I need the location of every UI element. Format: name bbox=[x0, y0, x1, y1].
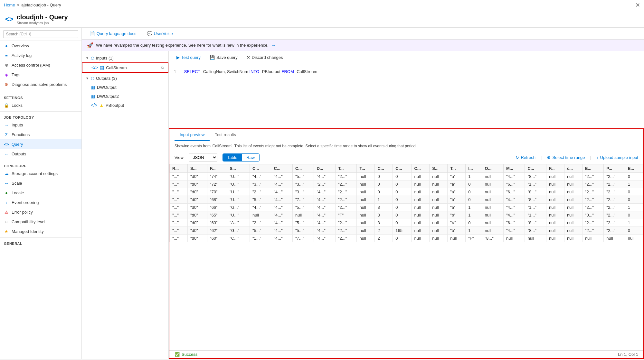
table-cell-2-9: null bbox=[357, 188, 375, 196]
tree-item-callstream[interactable]: </> ▤ CallStream ⧉ bbox=[82, 62, 168, 73]
inputs-tree-header[interactable]: ▼ ⬡ Inputs (1) bbox=[82, 54, 168, 62]
sidebar-item-scale[interactable]: ↔ Scale bbox=[0, 178, 81, 188]
test-query-label: Test query bbox=[181, 55, 201, 60]
table-cell-8-20: null bbox=[564, 235, 582, 242]
close-button[interactable]: ✕ bbox=[635, 2, 640, 9]
table-cell-6-5: "4..." bbox=[271, 219, 293, 227]
table-row: "...""d0""70""U...""2...""4...""3...""4.… bbox=[170, 188, 643, 196]
select-time-range-button[interactable]: ⚙ Select time range bbox=[547, 155, 585, 160]
table-cell-8-11: 0 bbox=[393, 235, 412, 242]
table-cell-8-4: "1..." bbox=[250, 235, 271, 242]
table-cell-8-14: null bbox=[448, 235, 466, 242]
query-language-docs-button[interactable]: 📄 Query language docs bbox=[87, 30, 139, 37]
tree-item-dwoutput2[interactable]: ▦ DWOutput2 bbox=[82, 92, 168, 101]
callstream-copy-button[interactable]: ⧉ bbox=[161, 66, 164, 70]
table-cell-1-19: null bbox=[546, 180, 564, 188]
sidebar-item-compatibility[interactable]: ○ Compatibility level bbox=[0, 217, 81, 226]
table-cell-7-6: "5..." bbox=[292, 227, 314, 235]
sidebar-item-functions[interactable]: Σ Functions bbox=[0, 130, 81, 139]
raw-toggle-button[interactable]: Raw bbox=[242, 154, 259, 161]
breadcrumb: Home > ajetacloudjob - Query bbox=[4, 3, 61, 7]
outputs-tree-header[interactable]: ▼ ⬡ Outputs (3) bbox=[82, 74, 168, 83]
breadcrumb-sep: > bbox=[17, 3, 20, 7]
uservoice-label: UserVoice bbox=[154, 31, 173, 36]
functions-icon: Σ bbox=[4, 132, 9, 137]
main-layout: ● Overview ≡ Activity log ⊕ Access contr… bbox=[0, 28, 644, 359]
table-cell-2-20: null bbox=[564, 188, 582, 196]
view-select[interactable]: JSON CSV XML bbox=[189, 153, 217, 162]
table-cell-6-19: null bbox=[546, 219, 564, 227]
search-input[interactable] bbox=[3, 30, 78, 38]
table-col-16: O... bbox=[482, 164, 504, 173]
uservoice-button[interactable]: 💬 UserVoice bbox=[144, 30, 175, 37]
table-cell-3-9: null bbox=[357, 196, 375, 204]
table-cell-4-11: 0 bbox=[393, 204, 412, 211]
test-query-button[interactable]: ▶ Test query bbox=[174, 54, 203, 61]
sidebar-item-outputs[interactable]: ← Outputs bbox=[0, 149, 81, 159]
table-cell-0-6: "5..." bbox=[292, 173, 314, 180]
sidebar-divider-1 bbox=[0, 92, 81, 92]
sidebar-divider-2 bbox=[0, 111, 81, 112]
tree-item-dwoutput[interactable]: ▦ DWOutput bbox=[82, 83, 168, 92]
overview-icon: ● bbox=[4, 43, 9, 48]
table-cell-1-16: null bbox=[482, 180, 504, 188]
sidebar-item-error-policy[interactable]: ⚠ Error policy bbox=[0, 207, 81, 217]
tab-input-preview[interactable]: Input preview bbox=[175, 129, 210, 141]
sidebar-label-functions: Functions bbox=[12, 132, 30, 137]
sidebar-item-storage[interactable]: ☁ Storage account settings bbox=[0, 169, 81, 178]
query-content: CallingNum, SwitchNum bbox=[203, 69, 250, 74]
tree-item-pbioutput[interactable]: </> ▲ PBIoutput bbox=[82, 101, 168, 110]
sidebar-label-overview: Overview bbox=[12, 43, 29, 48]
table-cell-3-0: "..." bbox=[170, 196, 188, 204]
table-cell-0-23: 0 bbox=[625, 173, 643, 180]
outputs-icon: ← bbox=[4, 151, 9, 156]
save-query-button[interactable]: 💾 Save query bbox=[207, 54, 240, 61]
table-col-14: T... bbox=[448, 164, 466, 173]
table-cell-1-15: 0 bbox=[466, 180, 482, 188]
table-cell-8-19: null bbox=[546, 235, 564, 242]
table-cell-2-14: "a" bbox=[448, 188, 466, 196]
refresh-button[interactable]: ↻ Refresh bbox=[516, 155, 535, 160]
table-cell-5-22: "2..." bbox=[604, 211, 625, 219]
sidebar-item-query[interactable]: <> Query bbox=[0, 139, 81, 149]
table-cell-5-7: "4..." bbox=[314, 211, 336, 219]
query-editor[interactable]: 1 SELECT CallingNum, SwitchNum INTO PBIo… bbox=[169, 64, 644, 128]
table-cell-0-22: "2..." bbox=[604, 173, 625, 180]
app-subtitle: Stream Analytics job bbox=[17, 21, 68, 25]
inputs-icon-tree: ⬡ bbox=[91, 56, 94, 60]
table-cell-7-5: "4..." bbox=[271, 227, 293, 235]
sidebar-item-overview[interactable]: ● Overview bbox=[0, 41, 81, 51]
table-cell-3-12: null bbox=[412, 196, 430, 204]
table-cell-1-12: null bbox=[412, 180, 430, 188]
sidebar-label-locks: Locks bbox=[12, 103, 23, 108]
sidebar-item-access-control[interactable]: ⊕ Access control (IAM) bbox=[0, 60, 81, 70]
table-cell-1-11: 0 bbox=[393, 180, 412, 188]
table-cell-5-20: null bbox=[564, 211, 582, 219]
test-query-play-icon: ▶ bbox=[176, 55, 180, 60]
table-cell-0-7: "4..." bbox=[314, 173, 336, 180]
sidebar-item-tags[interactable]: ◈ Tags bbox=[0, 70, 81, 79]
sidebar-item-event-ordering[interactable]: ↕ Event ordering bbox=[0, 198, 81, 207]
job-topology-label: Job topology bbox=[0, 113, 81, 120]
sidebar-item-activity-log[interactable]: ≡ Activity log bbox=[0, 51, 81, 60]
tab-test-results[interactable]: Test results bbox=[210, 129, 241, 141]
table-toggle-button[interactable]: Table bbox=[223, 154, 242, 161]
sidebar-label-query: Query bbox=[12, 142, 23, 147]
sidebar-item-inputs[interactable]: → Inputs bbox=[0, 120, 81, 130]
breadcrumb-home[interactable]: Home bbox=[4, 3, 15, 7]
sidebar-item-managed-identity[interactable]: ★ Managed Identity bbox=[0, 226, 81, 236]
table-cell-1-5: "4..." bbox=[271, 180, 293, 188]
table-cell-4-16: null bbox=[482, 204, 504, 211]
dwoutput2-label: DWOutput2 bbox=[97, 94, 119, 99]
sidebar-item-locale[interactable]: ● Locale bbox=[0, 188, 81, 198]
upload-sample-button[interactable]: ↑ Upload sample input bbox=[596, 155, 638, 160]
table-cell-5-15: 1 bbox=[466, 211, 482, 219]
sidebar-item-diagnose[interactable]: ⚙ Diagnose and solve problems bbox=[0, 79, 81, 89]
table-cell-4-14: "a" bbox=[448, 204, 466, 211]
sidebar-item-locks[interactable]: 🔒 Locks bbox=[0, 100, 81, 110]
discard-changes-button[interactable]: ✕ Discard changes bbox=[244, 54, 286, 61]
table-cell-4-13: null bbox=[430, 204, 448, 211]
outputs-chevron: ▼ bbox=[86, 77, 89, 80]
table-row: "...""d0""62""G...""5...""4...""5...""4.… bbox=[170, 227, 643, 235]
banner-arrow[interactable]: → bbox=[271, 43, 276, 48]
